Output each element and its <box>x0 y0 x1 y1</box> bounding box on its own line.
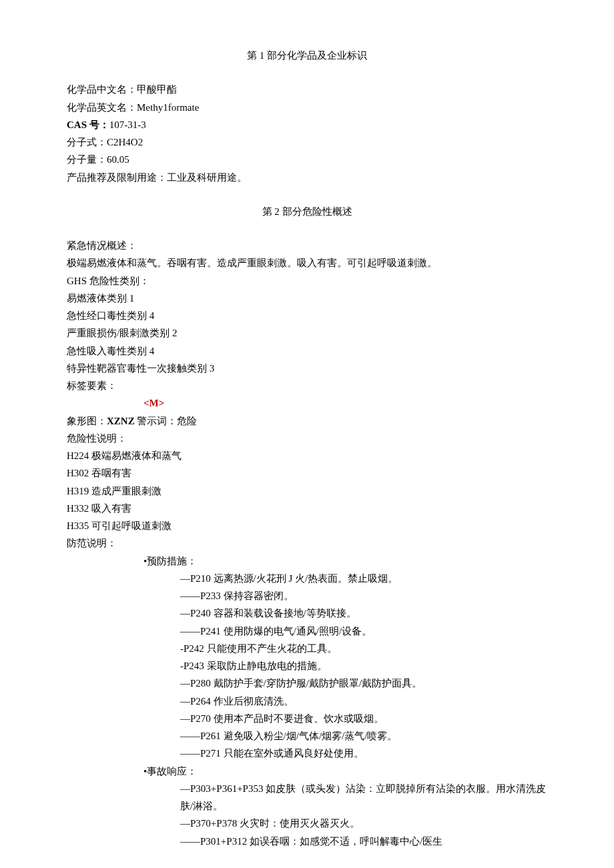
emergency-label: 紧急情况概述： <box>67 237 547 254</box>
prevention-item: —P264 作业后彻底清洗。 <box>67 693 547 710</box>
hazard-statement: H319 造成严重眼刺激 <box>67 482 547 500</box>
value: 甲酸甲酯 <box>137 84 177 95</box>
ghs-label: GHS 危险性类别： <box>67 272 547 290</box>
row-formula: 分子式：C2H4O2 <box>67 133 547 151</box>
prevention-item: —P270 使用本产品时不要进食、饮水或吸烟。 <box>67 710 547 727</box>
hazard-statement: H302 吞咽有害 <box>67 464 547 482</box>
prevention-item: -P242 只能使用不产生火花的工具。 <box>67 640 547 657</box>
row-en-name: 化学品英文名：Methy1formate <box>67 99 547 116</box>
section-2-body: 紧急情况概述： 极端易燃液体和蒸气。吞咽有害。造成严重眼刺激。吸入有害。可引起呼… <box>67 237 547 850</box>
prevention-header: •预防措施： <box>67 552 547 570</box>
label: 产品推荐及限制用途： <box>67 172 167 183</box>
value: C2H4O2 <box>107 137 143 147</box>
ghs-cat: 特异性靶器官毒性一次接触类别 3 <box>67 360 547 377</box>
ghs-cat: 急性经口毒性类别 4 <box>67 307 547 324</box>
pictogram-code: XZNZ <box>107 416 135 426</box>
section-1-body: 化学品中文名：甲酸甲酯 化学品英文名：Methy1formate CAS 号：1… <box>67 81 547 186</box>
pictogram-prefix: 象形图： <box>67 416 107 426</box>
value: 107-31-3 <box>109 119 146 130</box>
m-tag: <M> <box>67 394 547 412</box>
emergency-text: 极端易燃液体和蒸气。吞咽有害。造成严重眼刺激。吸入有害。可引起呼吸道刺激。 <box>67 254 547 272</box>
label: 分子量： <box>67 154 107 165</box>
response-header: •事故响应： <box>67 763 547 780</box>
prevention-item: ——P233 保持容器密闭。 <box>67 587 547 604</box>
value: 工业及科研用途。 <box>167 172 247 183</box>
row-cn-name: 化学品中文名：甲酸甲酯 <box>67 81 547 98</box>
prevention-item: —P280 戴防护手套/穿防护服/戴防护眼罩/戴防护面具。 <box>67 675 547 692</box>
response-item: —P370+P378 火灾时：使用灭火器灭火。 <box>67 815 547 832</box>
section-1-title: 第 1 部分化学品及企业标识 <box>67 47 547 64</box>
label: 化学品英文名： <box>67 102 137 113</box>
hazard-statement: H224 极端易燃液体和蒸气 <box>67 447 547 464</box>
prevention-item: ——P241 使用防爆的电气/通风/照明/设备。 <box>67 622 547 640</box>
signal-word: 警示词：危险 <box>135 416 198 426</box>
pictogram-row: 象形图：XZNZ 警示词：危险 <box>67 412 547 430</box>
ghs-cat: 严重眼损伤/眼刺激类别 2 <box>67 324 547 342</box>
prevention-item: ——P271 只能在室外或通风良好处使用。 <box>67 745 547 762</box>
label: 分子式： <box>67 137 107 147</box>
m-tag-text: <M> <box>143 398 164 408</box>
hazard-statement: H335 可引起呼吸道刺激 <box>67 517 547 534</box>
label: 化学品中文名： <box>67 84 137 95</box>
value: Methy1formate <box>137 102 199 113</box>
value: 60.05 <box>107 154 129 165</box>
label-elements: 标签要素： <box>67 377 547 394</box>
label: CAS 号： <box>67 119 109 130</box>
ghs-cat: 急性吸入毒性类别 4 <box>67 342 547 360</box>
prevention-item: -P243 采取防止静电放电的措施。 <box>67 657 547 675</box>
hazard-statement: H332 吸入有害 <box>67 500 547 517</box>
row-weight: 分子量：60.05 <box>67 151 547 168</box>
prevention-item: —P240 容器和装载设备接地/等势联接。 <box>67 604 547 622</box>
row-cas: CAS 号：107-31-3 <box>67 116 547 133</box>
section-2-title: 第 2 部分危险性概述 <box>67 203 547 220</box>
row-usage: 产品推荐及限制用途：工业及科研用途。 <box>67 169 547 186</box>
precaution-label: 防范说明： <box>67 534 547 552</box>
prevention-item: ——P261 避免吸入粉尘/烟/气体/烟雾/蒸气/喷雾。 <box>67 727 547 745</box>
response-item: —P303+P361+P353 如皮肤（或头发）沾染：立即脱掉所有沾染的衣服。用… <box>67 780 547 815</box>
response-item: ——P301+P312 如误吞咽：如感觉不适，呼叫解毒中心/医生 <box>67 833 547 850</box>
prevention-item: —P210 远离热源/火花刑 J 火/热表面。禁止吸烟。 <box>67 570 547 587</box>
hazard-label: 危险性说明： <box>67 430 547 447</box>
ghs-cat: 易燃液体类别 1 <box>67 290 547 307</box>
